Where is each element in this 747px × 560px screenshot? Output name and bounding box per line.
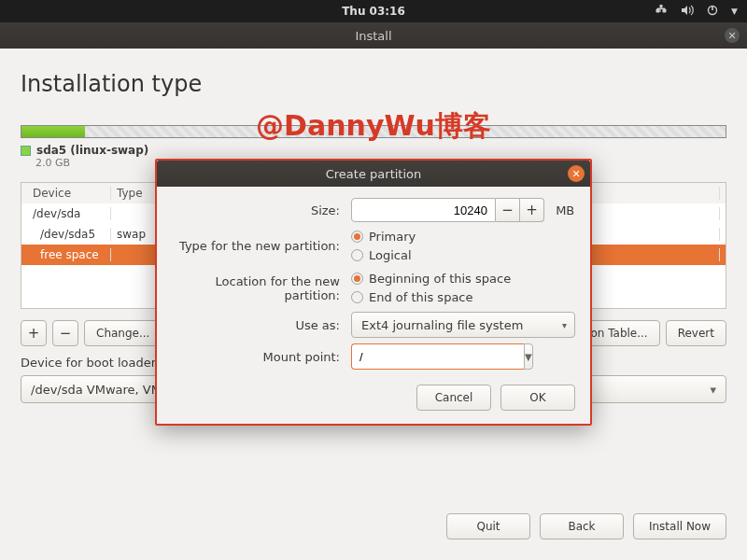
partition-type-label: Type for the new partition: <box>172 239 340 253</box>
close-icon[interactable]: ✕ <box>568 165 585 182</box>
size-decrement-button[interactable]: − <box>496 198 520 222</box>
revert-button[interactable]: Revert <box>666 320 726 346</box>
size-increment-button[interactable]: + <box>520 198 544 222</box>
remove-button[interactable]: − <box>52 320 78 346</box>
legend-label: sda5 (linux-swap) <box>36 144 148 157</box>
disk-usage-bar <box>21 125 726 138</box>
radio-location-begin[interactable]: Beginning of this space <box>351 272 575 286</box>
disk-legend: sda5 (linux-swap) <box>21 144 726 157</box>
radio-icon <box>351 291 363 303</box>
chevron-down-icon[interactable]: ▼ <box>731 7 738 16</box>
close-icon[interactable]: ✕ <box>725 28 740 43</box>
chevron-down-icon[interactable]: ▼ <box>524 343 533 370</box>
page-title: Installation type <box>21 71 726 97</box>
ok-button[interactable]: OK <box>500 385 575 411</box>
dialog-titlebar: Create partition ✕ <box>157 161 590 187</box>
indicator-area: ▼ <box>655 5 738 19</box>
volume-icon[interactable] <box>681 5 694 19</box>
change-button[interactable]: Change... <box>84 320 162 346</box>
dialog-actions: Cancel OK <box>172 385 575 411</box>
useas-value: Ext4 journaling file system <box>361 318 523 332</box>
quit-button[interactable]: Quit <box>446 513 530 539</box>
legend-color-swatch <box>21 146 31 156</box>
add-button[interactable]: + <box>21 320 47 346</box>
network-icon[interactable] <box>655 5 668 19</box>
radio-logical[interactable]: Logical <box>351 248 575 262</box>
top-panel: Thu 03:16 ▼ <box>0 0 747 22</box>
back-button[interactable]: Back <box>540 513 624 539</box>
wizard-footer: Quit Back Install Now <box>446 513 726 539</box>
install-button[interactable]: Install Now <box>633 513 726 539</box>
mount-point-input[interactable] <box>351 343 524 370</box>
partition-location-label: Location for the new partition: <box>172 274 340 302</box>
power-icon[interactable] <box>707 5 718 19</box>
size-unit: MB <box>556 203 574 217</box>
col-type: Type <box>111 187 158 200</box>
radio-icon <box>351 249 363 261</box>
cancel-button[interactable]: Cancel <box>416 385 491 411</box>
create-partition-dialog: Create partition ✕ Size: − + MB Type for… <box>155 159 592 426</box>
mount-point-label: Mount point: <box>172 350 340 364</box>
radio-icon <box>351 273 363 285</box>
size-spinbox: − + <box>351 198 544 222</box>
clock-text: Thu 03:16 <box>342 5 405 18</box>
col-device: Device <box>27 187 111 200</box>
window-titlebar: Install ✕ <box>0 22 747 49</box>
disk-usage-segment <box>21 126 85 137</box>
radio-icon <box>351 231 363 243</box>
dialog-title-text: Create partition <box>326 167 422 181</box>
size-input[interactable] <box>351 198 496 222</box>
mount-point-combo: ▼ <box>351 343 524 370</box>
useas-combo[interactable]: Ext4 journaling file system <box>351 312 575 338</box>
dialog-body: Size: − + MB Type for the new partition:… <box>157 187 590 424</box>
size-label: Size: <box>172 203 340 217</box>
window-title: Install <box>355 29 391 43</box>
radio-primary[interactable]: Primary <box>351 230 575 244</box>
radio-location-end[interactable]: End of this space <box>351 290 575 304</box>
useas-label: Use as: <box>172 318 340 332</box>
